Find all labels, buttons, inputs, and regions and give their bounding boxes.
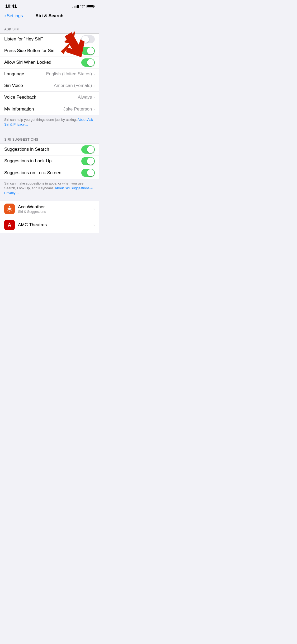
status-icons xyxy=(72,5,94,8)
siri-voice-value: American (Female) xyxy=(54,83,92,88)
siri-voice-label: Siri Voice xyxy=(4,83,54,88)
status-bar: 10:41 xyxy=(0,0,99,11)
amc-chevron-icon: › xyxy=(93,223,95,227)
suggestions-lock-toggle[interactable] xyxy=(81,169,95,177)
suggestions-lock-toggle-thumb xyxy=(87,169,94,176)
ask-siri-footer-text: Siri can help you get things done just b… xyxy=(4,118,78,122)
siri-locked-row[interactable]: Allow Siri When Locked xyxy=(0,57,99,68)
suggestions-lookup-toggle-thumb xyxy=(87,158,94,165)
svg-point-3 xyxy=(8,208,11,210)
language-value-group: English (United States) › xyxy=(46,71,95,77)
ask-siri-header: ASK SIRI xyxy=(0,22,99,33)
my-info-value: Jake Peterson xyxy=(63,107,92,112)
ask-siri-group: Listen for "Hey Siri" Press Side Button … xyxy=(0,33,99,115)
accuweather-info: AccuWeather Siri & Suggestions xyxy=(18,204,93,214)
suggestions-lookup-label: Suggestions in Look Up xyxy=(4,158,81,164)
my-info-value-group: Jake Peterson › xyxy=(63,107,95,112)
hey-siri-toggle[interactable] xyxy=(81,35,95,43)
siri-suggestions-header: SIRI SUGGESTIONS xyxy=(0,132,99,144)
nav-bar: ‹ Settings Siri & Search xyxy=(0,11,99,22)
status-time: 10:41 xyxy=(5,4,17,9)
back-label: Settings xyxy=(7,13,23,19)
accuweather-chevron-icon: › xyxy=(93,207,95,211)
hey-siri-row[interactable]: Listen for "Hey Siri" xyxy=(0,34,99,45)
side-button-toggle-thumb xyxy=(87,47,94,54)
amc-row[interactable]: A AMC Theatres › xyxy=(0,217,99,233)
suggestions-search-row[interactable]: Suggestions in Search xyxy=(0,144,99,155)
suggestions-lock-row[interactable]: Suggestions on Lock Screen xyxy=(0,167,99,179)
voice-feedback-label: Voice Feedback xyxy=(4,95,78,100)
language-label: Language xyxy=(4,71,46,77)
svg-line-8 xyxy=(8,207,8,208)
wifi-icon xyxy=(80,5,85,8)
side-button-toggle[interactable] xyxy=(81,47,95,55)
siri-locked-toggle[interactable] xyxy=(81,58,95,67)
language-row[interactable]: Language English (United States) › xyxy=(0,68,99,80)
siri-voice-value-group: American (Female) › xyxy=(54,83,95,88)
amc-name: AMC Theatres xyxy=(18,222,93,228)
suggestions-search-toggle[interactable] xyxy=(81,145,95,154)
voice-feedback-chevron-icon: › xyxy=(93,95,95,99)
siri-voice-row[interactable]: Siri Voice American (Female) › xyxy=(0,80,99,92)
svg-line-11 xyxy=(8,210,8,211)
suggestions-search-label: Suggestions in Search xyxy=(4,147,81,152)
siri-voice-chevron-icon: › xyxy=(93,84,95,88)
suggestions-lock-label: Suggestions on Lock Screen xyxy=(4,170,81,176)
svg-line-10 xyxy=(11,207,11,208)
my-info-label: My Information xyxy=(4,107,63,112)
hey-siri-toggle-thumb xyxy=(82,36,89,43)
amc-icon: A xyxy=(4,220,15,230)
accuweather-icon xyxy=(4,204,15,214)
language-value: English (United States) xyxy=(46,71,92,77)
my-info-row[interactable]: My Information Jake Peterson › xyxy=(0,103,99,115)
siri-locked-label: Allow Siri When Locked xyxy=(4,60,81,65)
suggestions-search-toggle-thumb xyxy=(87,146,94,153)
language-chevron-icon: › xyxy=(93,72,95,76)
svg-line-9 xyxy=(11,210,11,211)
suggestions-lookup-toggle[interactable] xyxy=(81,157,95,165)
voice-feedback-value-group: Always › xyxy=(78,95,95,100)
amc-info: AMC Theatres xyxy=(18,222,93,228)
voice-feedback-row[interactable]: Voice Feedback Always › xyxy=(0,92,99,103)
back-button[interactable]: ‹ Settings xyxy=(4,13,23,19)
svg-point-0 xyxy=(82,8,83,8)
apps-group: AccuWeather Siri & Suggestions › A AMC T… xyxy=(0,201,99,233)
page-title: Siri & Search xyxy=(36,13,64,19)
voice-feedback-value: Always xyxy=(78,95,92,100)
siri-suggestions-footer: Siri can make suggestions in apps, or wh… xyxy=(0,179,99,201)
back-chevron-icon: ‹ xyxy=(4,13,6,19)
my-info-chevron-icon: › xyxy=(93,107,95,111)
side-button-row[interactable]: Press Side Button for Siri xyxy=(0,45,99,57)
accuweather-name: AccuWeather xyxy=(18,204,93,210)
signal-icon xyxy=(72,5,79,8)
suggestions-lookup-row[interactable]: Suggestions in Look Up xyxy=(0,155,99,167)
battery-icon xyxy=(87,5,94,8)
siri-suggestions-group: Suggestions in Search Suggestions in Loo… xyxy=(0,144,99,179)
ask-siri-footer: Siri can help you get things done just b… xyxy=(0,115,99,132)
accuweather-row[interactable]: AccuWeather Siri & Suggestions › xyxy=(0,201,99,217)
siri-locked-toggle-thumb xyxy=(87,59,94,66)
hey-siri-label: Listen for "Hey Siri" xyxy=(4,36,81,42)
side-button-label: Press Side Button for Siri xyxy=(4,48,81,53)
accuweather-subtitle: Siri & Suggestions xyxy=(18,210,93,214)
